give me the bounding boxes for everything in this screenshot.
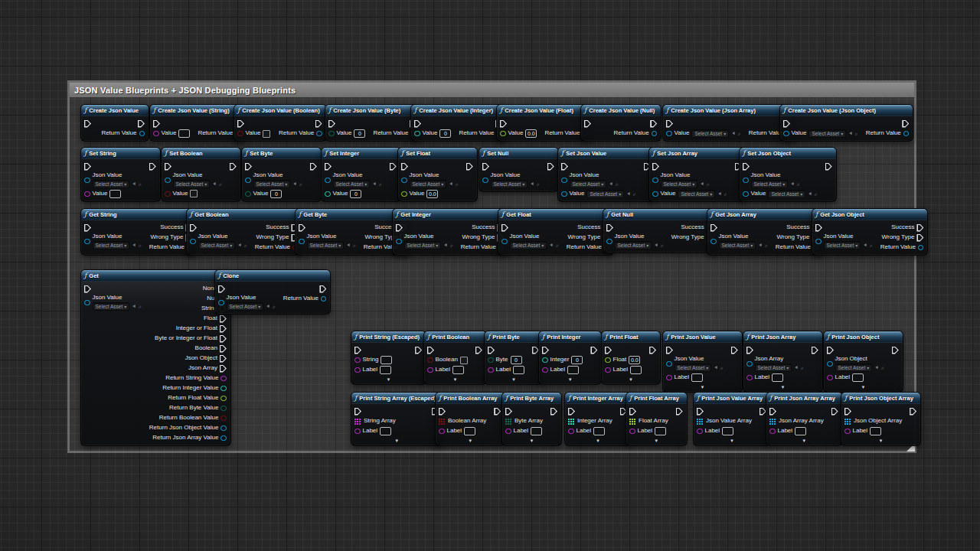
data-pin-icon[interactable]: [815, 239, 822, 245]
use-asset-icon[interactable]: ⯇: [626, 191, 631, 197]
data-pin-icon[interactable]: [918, 245, 924, 251]
blueprint-node[interactable]: ƒSet ByteJson ValueSelect Asset▾⯇⌕Value0: [241, 147, 322, 202]
data-pin-icon[interactable]: [427, 367, 433, 373]
value-input[interactable]: [531, 427, 542, 435]
data-pin-icon[interactable]: [743, 191, 749, 197]
blueprint-node[interactable]: ƒCreate Json Value (Boolean)ValueReturn …: [234, 104, 327, 142]
array-pin-icon[interactable]: [354, 419, 361, 425]
blueprint-node[interactable]: ƒPrint IntegerInteger0Label▼: [538, 331, 602, 385]
data-pin-icon[interactable]: [165, 191, 171, 197]
data-pin-icon[interactable]: [220, 406, 227, 412]
value-input[interactable]: [593, 427, 605, 435]
node-header[interactable]: ƒSet String: [81, 148, 160, 159]
node-expander[interactable]: ▼: [485, 377, 543, 384]
value-checkbox[interactable]: [263, 130, 270, 138]
exec-pin-icon[interactable]: [230, 163, 237, 171]
node-expander[interactable]: ▼: [502, 439, 561, 445]
data-pin-icon[interactable]: [605, 357, 611, 364]
data-pin-icon[interactable]: [666, 375, 672, 381]
blueprint-node[interactable]: ƒPrint String (Escaped)StringLabel▼: [351, 331, 426, 385]
blueprint-node[interactable]: ƒSet FloatJson ValueSelect Asset▾⯇⌕Value…: [397, 147, 478, 202]
asset-select[interactable]: Select Asset▾: [691, 129, 729, 138]
exec-pin-icon[interactable]: [414, 120, 421, 128]
use-asset-icon[interactable]: ⯇: [654, 243, 658, 248]
asset-select[interactable]: Select Asset▾: [173, 180, 211, 188]
exec-pin-icon[interactable]: [769, 408, 776, 416]
asset-select[interactable]: Select Asset▾: [661, 180, 698, 188]
exec-pin-icon[interactable]: [629, 408, 636, 416]
blueprint-node[interactable]: ƒPrint Json Value ArrayJson Value ArrayL…: [693, 392, 771, 446]
exec-pin-icon[interactable]: [84, 163, 91, 171]
blueprint-node[interactable]: ƒCreate Json Value (Json Array)ValueSele…: [662, 104, 796, 142]
node-expander[interactable]: ▼: [766, 439, 842, 445]
blueprint-node[interactable]: ƒPrint Json ValueJson ValueSelect Asset▾…: [662, 331, 743, 393]
exec-pin-icon[interactable]: [138, 120, 145, 128]
use-asset-icon[interactable]: ⯇: [700, 181, 704, 187]
blueprint-graph-canvas[interactable]: JSON Value Blueprints + JSON Debugging B…: [0, 0, 980, 551]
data-pin-icon[interactable]: [84, 239, 90, 245]
data-pin-icon[interactable]: [769, 429, 776, 435]
exec-pin-icon[interactable]: [319, 285, 326, 293]
exec-pin-icon[interactable]: [354, 347, 361, 354]
blueprint-node[interactable]: ƒCreate Json Value (Byte)Value0Return Va…: [325, 104, 421, 142]
asset-select[interactable]: Select Asset▾: [615, 241, 652, 249]
blueprint-node[interactable]: ƒSet Json ObjectJson ValueSelect Asset▾⯇…: [739, 147, 837, 202]
browse-asset-icon[interactable]: ⌕: [661, 243, 664, 248]
asset-select[interactable]: Select Asset▾: [824, 241, 861, 249]
browse-asset-icon[interactable]: ⌕: [707, 181, 710, 187]
exec-pin-icon[interactable]: [390, 163, 397, 171]
node-expander[interactable]: ▼: [602, 377, 660, 384]
data-pin-icon[interactable]: [500, 131, 506, 137]
value-input[interactable]: [109, 190, 121, 198]
blueprint-node[interactable]: ƒSet StringJson ValueSelect Asset▾⯇⌕Valu…: [80, 147, 161, 202]
asset-select[interactable]: Select Asset▾: [404, 241, 442, 249]
exec-pin-icon[interactable]: [325, 163, 332, 171]
exec-pin-icon[interactable]: [153, 120, 160, 128]
data-pin-icon[interactable]: [237, 131, 243, 137]
exec-pin-icon[interactable]: [844, 408, 851, 416]
blueprint-node[interactable]: ƒGetJson ValueSelect Asset▾⯇⌕NoneNullStr…: [80, 269, 231, 446]
blueprint-node[interactable]: ƒGet Json ArrayJson ValueSelect Asset▾⯇⌕…: [707, 208, 823, 256]
use-asset-icon[interactable]: ⯇: [346, 243, 351, 248]
value-input[interactable]: 0: [270, 190, 282, 198]
asset-select[interactable]: Select Asset▾: [768, 190, 805, 198]
data-pin-icon[interactable]: [561, 178, 567, 184]
array-pin-icon[interactable]: [697, 419, 704, 425]
browse-asset-icon[interactable]: ⌕: [450, 243, 453, 248]
node-header[interactable]: ƒPrint Json Object Array: [841, 393, 920, 404]
data-pin-icon[interactable]: [299, 239, 305, 245]
data-pin-icon[interactable]: [542, 367, 548, 373]
node-expander[interactable]: ▼: [436, 439, 505, 445]
node-header[interactable]: ƒClone: [215, 270, 330, 282]
exec-pin-icon[interactable]: [415, 347, 422, 354]
use-asset-icon[interactable]: ⯇: [714, 365, 718, 370]
browse-asset-icon[interactable]: ⌕: [139, 243, 142, 248]
exec-pin-icon[interactable]: [505, 408, 512, 416]
exec-pin-icon[interactable]: [165, 163, 172, 171]
blueprint-node[interactable]: ƒGet BooleanJson ValueSelect Asset▾⯇⌕Suc…: [186, 208, 302, 256]
blueprint-node[interactable]: ƒSet BooleanJson ValueSelect Asset▾⯇⌕Val…: [161, 147, 241, 202]
node-header[interactable]: ƒCreate Json Value (Json Object): [780, 105, 913, 116]
use-asset-icon[interactable]: ⯇: [292, 181, 297, 187]
use-asset-icon[interactable]: ⯇: [549, 243, 554, 248]
node-header[interactable]: ƒSet Null: [479, 148, 558, 159]
browse-asset-icon[interactable]: ⌕: [456, 181, 459, 187]
node-header[interactable]: ƒGet Json Array: [707, 209, 822, 220]
data-pin-icon[interactable]: [245, 191, 251, 197]
exec-pin-icon[interactable]: [237, 120, 244, 128]
data-pin-icon[interactable]: [844, 429, 851, 435]
node-header[interactable]: ƒPrint Json Value Array: [694, 393, 770, 404]
data-pin-icon[interactable]: [827, 375, 833, 381]
exec-pin-icon[interactable]: [916, 224, 923, 232]
asset-select[interactable]: Select Asset▾: [93, 180, 130, 188]
exec-pin-icon[interactable]: [815, 224, 822, 232]
data-pin-icon[interactable]: [354, 429, 361, 435]
data-pin-icon[interactable]: [488, 357, 494, 364]
data-pin-icon[interactable]: [652, 191, 658, 197]
node-expander[interactable]: ▼: [694, 439, 770, 445]
data-pin-icon[interactable]: [605, 367, 611, 373]
browse-asset-icon[interactable]: ⌕: [299, 181, 302, 187]
exec-pin-icon[interactable]: [783, 120, 790, 128]
blueprint-node[interactable]: ƒPrint Json Array ArrayJson Array ArrayL…: [766, 392, 843, 446]
use-asset-icon[interactable]: ⯇: [848, 131, 853, 136]
